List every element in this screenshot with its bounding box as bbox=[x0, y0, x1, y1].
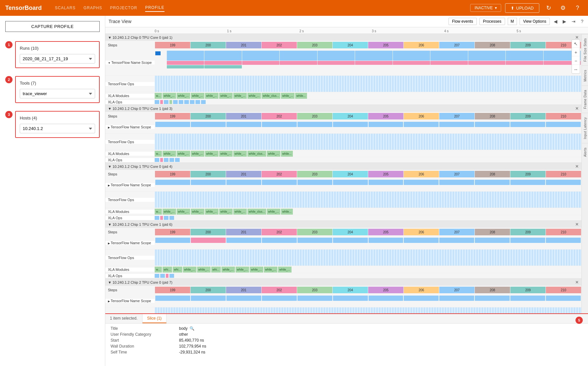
nav-projector[interactable]: PROJECTOR bbox=[110, 4, 137, 12]
xla-module-block[interactable]: while_... bbox=[191, 151, 204, 157]
tf-name-scope-label-5[interactable]: TensorFlow Name Scope bbox=[105, 299, 155, 303]
tf-name-scope-label-4[interactable]: TensorFlow Name Scope bbox=[105, 241, 155, 245]
nav-right-button[interactable]: ▶ bbox=[561, 18, 568, 25]
status-dropdown[interactable]: INACTIVE ▾ bbox=[470, 4, 501, 12]
tf-name-scope-row-1: TensorFlow Name Scope bbox=[105, 49, 581, 76]
xla-modules-row-2: XLA Modules w... while_... while_... whi… bbox=[105, 150, 581, 157]
xla-module-block[interactable]: while_... bbox=[183, 267, 196, 273]
nav-graphs[interactable]: GRAPHS bbox=[84, 4, 102, 12]
xla-module-block[interactable]: while_... bbox=[247, 93, 261, 99]
xla-module-block[interactable]: while_clus... bbox=[247, 209, 266, 215]
xla-module-block[interactable]: while_... bbox=[267, 209, 280, 215]
xla-module-block[interactable]: while_... bbox=[191, 93, 204, 99]
xla-module-block[interactable]: while_... bbox=[177, 93, 190, 99]
upload-button[interactable]: ⬆ UPLOAD bbox=[505, 3, 539, 13]
nav-profile[interactable]: PROFILE bbox=[145, 4, 164, 12]
main-layout: CAPTURE PROFILE 1 Runs (10) 2020_08_21_1… bbox=[0, 16, 588, 366]
xla-module-block[interactable]: while_... bbox=[205, 93, 218, 99]
xla-module-block[interactable]: while_... bbox=[221, 267, 235, 273]
trace-scroll-area[interactable]: ▼ 10.240.1.2 Chip 0 TPU Core 0 (pid 1) ✕… bbox=[105, 34, 581, 313]
runs-dropdown[interactable]: 2020_08_21_17_21_19 bbox=[20, 54, 95, 64]
chip-3-close[interactable]: ✕ bbox=[575, 164, 579, 169]
m-button[interactable]: M bbox=[508, 18, 517, 25]
xla-module-block[interactable]: whi... bbox=[211, 267, 221, 273]
xla-module-block[interactable]: while_... bbox=[191, 209, 204, 215]
chip-header-5[interactable]: ▼ 10.240.1.2 Chip 2 TPU Core 0 (pid 7) ✕ bbox=[105, 279, 581, 286]
settings-button[interactable]: ⚙ bbox=[558, 3, 568, 13]
tf-name-scope-label-2[interactable]: TensorFlow Name Scope bbox=[105, 125, 155, 129]
xla-module-block[interactable]: while_... bbox=[281, 93, 294, 99]
xla-module-block[interactable]: while_... bbox=[163, 209, 176, 215]
tf-ops-label-3: TensorFlow Ops bbox=[105, 198, 155, 202]
chip-4-close[interactable]: ✕ bbox=[575, 222, 579, 227]
xla-module-block[interactable]: whi... bbox=[163, 267, 172, 273]
xla-module-block[interactable]: while_... bbox=[233, 93, 247, 99]
nav-left-button[interactable]: ◀ bbox=[552, 18, 559, 25]
tf-name-scope-label-3[interactable]: TensorFlow Name Scope bbox=[105, 183, 155, 187]
help-button[interactable]: ? bbox=[572, 3, 583, 13]
xla-module-block[interactable]: while_... bbox=[267, 151, 280, 157]
flow-events-button[interactable]: Flow events bbox=[448, 18, 477, 25]
chip-5-close[interactable]: ✕ bbox=[575, 280, 579, 285]
xla-module-block[interactable]: while_... bbox=[197, 267, 211, 273]
nav-scalars[interactable]: SCALARS bbox=[55, 4, 76, 12]
xla-module-block[interactable]: while_clus... bbox=[247, 151, 266, 157]
input-latency-tab[interactable]: Input Latency bbox=[582, 113, 588, 143]
alerts-tab[interactable]: Alerts bbox=[582, 143, 588, 161]
xla-module-block[interactable]: while_... bbox=[219, 209, 233, 215]
zoom-fit-button[interactable]: ↔ bbox=[572, 65, 580, 73]
chip-1-close[interactable]: ✕ bbox=[575, 35, 579, 40]
xla-module-block[interactable]: w... bbox=[155, 267, 162, 273]
xla-module-block[interactable]: while_... bbox=[264, 267, 277, 273]
tools-dropdown[interactable]: trace_viewer bbox=[20, 89, 95, 98]
view-options-button[interactable]: View Options bbox=[520, 18, 550, 25]
nav-expand-button[interactable]: ⇥ bbox=[570, 18, 577, 25]
select-mode-button[interactable]: ↖ bbox=[572, 40, 580, 48]
nav-help-button[interactable]: ? bbox=[579, 18, 585, 25]
xla-module-block[interactable]: while_... bbox=[177, 209, 190, 215]
frame-data-tab[interactable]: Frame Data bbox=[582, 86, 588, 113]
slice-tab[interactable]: Slice (1) bbox=[142, 314, 166, 323]
step-2-204: 204 bbox=[333, 113, 368, 119]
xla-module-block[interactable]: while_... bbox=[219, 151, 233, 157]
zoom-in-button[interactable]: + bbox=[572, 48, 580, 56]
xla-module-block[interactable]: w... bbox=[155, 93, 162, 99]
hosts-dropdown[interactable]: 10.240.1.2 bbox=[20, 124, 95, 133]
xla-module-block[interactable]: while_... bbox=[233, 209, 247, 215]
file-size-stats-tab[interactable]: File Size Stats bbox=[582, 34, 588, 65]
xla-module-block[interactable]: while... bbox=[281, 151, 293, 157]
xla-module-block[interactable]: while_... bbox=[250, 267, 263, 273]
xla-module-block[interactable]: while_... bbox=[163, 151, 176, 157]
detail-tabs: 1 item selected. Slice (1) bbox=[105, 314, 588, 324]
chip-header-4[interactable]: ▼ 10.240.1.2 Chip 1 TPU Core 1 (pid 6) ✕ bbox=[105, 221, 581, 228]
xla-module-block[interactable]: w... bbox=[155, 209, 162, 215]
chip-header-3[interactable]: ▼ 10.240.1.2 Chip 1 TPU Core 0 (pid 4) ✕ bbox=[105, 163, 581, 170]
chip-2-close[interactable]: ✕ bbox=[575, 106, 579, 111]
processes-button[interactable]: Processes bbox=[479, 18, 505, 25]
title-search-icon[interactable]: 🔍 bbox=[190, 326, 194, 331]
zoom-out-button[interactable]: − bbox=[572, 57, 580, 65]
xla-module-block[interactable]: while... bbox=[295, 93, 307, 99]
xla-module-block[interactable]: while... bbox=[281, 209, 293, 215]
xla-op bbox=[164, 158, 168, 162]
chip-header-2[interactable]: ▼ 10.240.1.2 Chip 0 TPU Core 1 (pid 3) ✕ bbox=[105, 105, 581, 112]
xla-module-block[interactable]: while_clus... bbox=[262, 93, 280, 99]
metrics-tab[interactable]: Metrics bbox=[582, 65, 588, 86]
xla-module-block[interactable]: whi... bbox=[173, 267, 182, 273]
capture-profile-button[interactable]: CAPTURE PROFILE bbox=[5, 21, 100, 32]
tf-name-scope-label-1[interactable]: TensorFlow Name Scope bbox=[105, 61, 155, 65]
xla-module-block[interactable]: while_... bbox=[205, 209, 218, 215]
xla-ops-content-2 bbox=[155, 157, 581, 162]
xla-module-block[interactable]: while_... bbox=[233, 151, 247, 157]
xla-module-block[interactable]: while_... bbox=[177, 151, 190, 157]
xla-module-block[interactable]: while_... bbox=[219, 93, 233, 99]
xla-module-block[interactable]: w... bbox=[155, 151, 162, 157]
chip-header-1[interactable]: ▼ 10.240.1.2 Chip 0 TPU Core 0 (pid 1) ✕ bbox=[105, 34, 581, 41]
xla-module-block[interactable]: while_... bbox=[163, 93, 176, 99]
xla-module-block[interactable]: while_... bbox=[205, 151, 218, 157]
chevron-down-icon: ▾ bbox=[495, 6, 497, 10]
refresh-button[interactable]: ↻ bbox=[543, 3, 554, 13]
xla-module-block[interactable]: while_... bbox=[278, 267, 292, 273]
steps-label-3: Steps bbox=[105, 172, 155, 176]
xla-module-block[interactable]: while_... bbox=[236, 267, 249, 273]
